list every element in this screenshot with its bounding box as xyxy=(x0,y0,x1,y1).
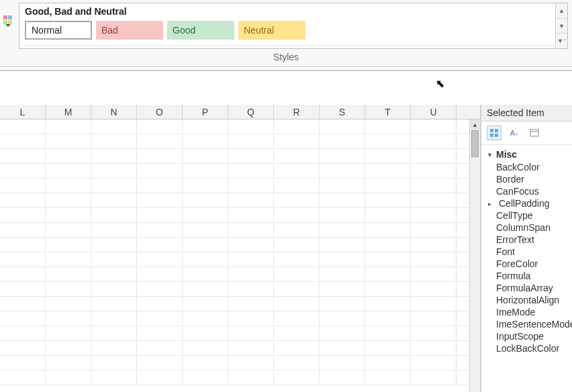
grid-cell[interactable] xyxy=(411,179,457,193)
grid-cell[interactable] xyxy=(46,371,91,385)
grid-cell[interactable] xyxy=(137,311,183,326)
property-item[interactable]: LockBackColor xyxy=(481,342,572,354)
property-item[interactable]: Border xyxy=(481,173,572,185)
grid-cell[interactable] xyxy=(91,341,137,355)
grid-cell[interactable] xyxy=(228,149,274,163)
grid-cell[interactable] xyxy=(0,371,46,385)
property-item[interactable]: CanFocus xyxy=(481,185,572,197)
grid-cell[interactable] xyxy=(137,371,183,385)
grid-cell[interactable] xyxy=(411,119,457,134)
grid-cell[interactable] xyxy=(274,252,320,266)
grid-cell[interactable] xyxy=(137,223,183,237)
grid-cell[interactable] xyxy=(320,164,365,178)
grid-cell[interactable] xyxy=(91,208,137,222)
grid-cell[interactable] xyxy=(274,149,320,163)
property-item[interactable]: BackColor xyxy=(481,161,572,173)
column-header[interactable]: Q xyxy=(228,105,274,119)
grid-cell[interactable] xyxy=(46,297,91,311)
gallery-scroll-up[interactable]: ▲ xyxy=(556,3,567,19)
grid-cell[interactable] xyxy=(411,223,457,237)
grid-cell[interactable] xyxy=(137,164,183,178)
grid-cell[interactable] xyxy=(274,267,320,281)
grid-cell[interactable] xyxy=(320,356,365,370)
grid-cell[interactable] xyxy=(0,356,46,370)
grid-cell[interactable] xyxy=(0,282,46,296)
grid-cell[interactable] xyxy=(411,134,457,148)
grid-cell[interactable] xyxy=(274,282,320,296)
grid-cell[interactable] xyxy=(91,311,137,326)
grid-cell[interactable] xyxy=(274,371,320,385)
grid-cell[interactable] xyxy=(320,267,365,281)
style-chip-good[interactable]: Good xyxy=(167,21,234,40)
grid-cell[interactable] xyxy=(228,252,274,266)
grid-cell[interactable] xyxy=(228,282,274,296)
grid-cell[interactable] xyxy=(46,164,91,178)
grid-cell[interactable] xyxy=(137,119,183,134)
grid-cell[interactable] xyxy=(411,164,457,178)
grid-cell[interactable] xyxy=(320,341,365,355)
grid-cell[interactable] xyxy=(46,267,91,281)
grid-cell[interactable] xyxy=(0,326,46,340)
grid-cell[interactable] xyxy=(91,371,137,385)
grid-cell[interactable] xyxy=(137,297,183,311)
grid-cell[interactable] xyxy=(137,267,183,281)
grid-cell[interactable] xyxy=(365,267,411,281)
property-item[interactable]: ImeSentenceMode xyxy=(481,318,572,330)
grid-cell[interactable] xyxy=(0,149,46,163)
grid-cell[interactable] xyxy=(183,326,228,340)
grid-cell[interactable] xyxy=(228,134,274,148)
grid-cell[interactable] xyxy=(365,149,411,163)
spreadsheet-grid[interactable]: LMNOPQRSTU ▲ xyxy=(0,105,481,392)
grid-cell[interactable] xyxy=(411,238,457,252)
grid-cell[interactable] xyxy=(365,164,411,178)
grid-cell[interactable] xyxy=(228,119,274,134)
grid-cell[interactable] xyxy=(0,134,46,148)
grid-cell[interactable] xyxy=(137,282,183,296)
grid-cell[interactable] xyxy=(46,179,91,193)
grid-cell[interactable] xyxy=(183,134,228,148)
grid-cell[interactable] xyxy=(228,179,274,193)
grid-cell[interactable] xyxy=(91,164,137,178)
grid-cell[interactable] xyxy=(137,134,183,148)
grid-cell[interactable] xyxy=(137,326,183,340)
property-item[interactable]: Formula xyxy=(481,270,572,282)
grid-cell[interactable] xyxy=(183,267,228,281)
grid-cell[interactable] xyxy=(228,341,274,355)
grid-cell[interactable] xyxy=(274,341,320,355)
column-header[interactable]: M xyxy=(46,105,91,119)
column-header[interactable]: P xyxy=(183,105,228,119)
grid-cell[interactable] xyxy=(91,356,137,370)
grid-cell[interactable] xyxy=(274,179,320,193)
grid-cell[interactable] xyxy=(320,238,365,252)
grid-cell[interactable] xyxy=(365,282,411,296)
grid-cell[interactable] xyxy=(46,356,91,370)
property-item[interactable]: ImeMode xyxy=(481,306,572,318)
grid-cell[interactable] xyxy=(137,252,183,266)
grid-cell[interactable] xyxy=(183,371,228,385)
grid-cell[interactable] xyxy=(274,134,320,148)
property-item[interactable]: InputScope xyxy=(481,330,572,342)
grid-cell[interactable] xyxy=(365,119,411,134)
grid-cell[interactable] xyxy=(46,119,91,134)
property-pages-button[interactable] xyxy=(527,126,542,140)
grid-cell[interactable] xyxy=(228,267,274,281)
grid-cell[interactable] xyxy=(365,371,411,385)
grid-cell[interactable] xyxy=(0,208,46,222)
grid-cell[interactable] xyxy=(137,341,183,355)
property-item[interactable]: ▸CellPadding xyxy=(481,197,572,209)
grid-cell[interactable] xyxy=(320,297,365,311)
grid-cell[interactable] xyxy=(274,297,320,311)
grid-cell[interactable] xyxy=(411,326,457,340)
grid-cell[interactable] xyxy=(183,282,228,296)
grid-cell[interactable] xyxy=(320,208,365,222)
grid-cell[interactable] xyxy=(320,252,365,266)
grid-cell[interactable] xyxy=(320,223,365,237)
property-item[interactable]: ErrorText xyxy=(481,234,572,246)
grid-cell[interactable] xyxy=(228,223,274,237)
grid-cell[interactable] xyxy=(183,252,228,266)
grid-cell[interactable] xyxy=(91,326,137,340)
grid-cell[interactable] xyxy=(46,134,91,148)
property-item[interactable]: HorizontalAlign xyxy=(481,294,572,306)
grid-cell[interactable] xyxy=(91,119,137,134)
grid-cell[interactable] xyxy=(46,341,91,355)
